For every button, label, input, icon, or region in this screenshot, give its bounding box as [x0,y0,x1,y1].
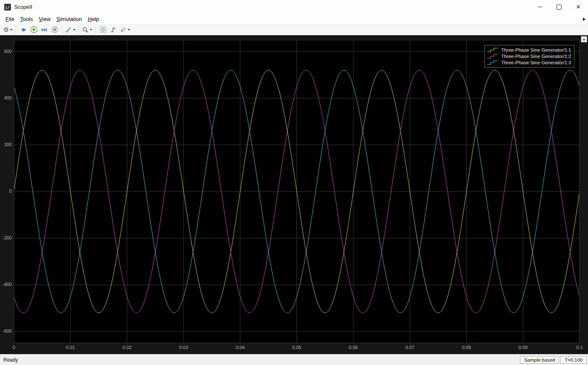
chevron-down-icon [73,29,76,31]
title-bar: Scope9 ✕ [0,0,588,14]
zoom-button[interactable] [81,25,93,34]
toolbar: ⚙ [0,24,588,35]
simulation-time-indicator: T=0.100 [560,356,587,364]
run-button[interactable] [29,25,39,34]
legend-label: Three-Phase Sine Generator/1:3 [501,60,571,65]
toolbar-separator [62,26,62,34]
window-controls: ✕ [530,0,588,14]
x-tick-label: 0.09 [519,345,528,350]
menu-view[interactable]: View [36,15,53,23]
y-tick-label: -400 [0,282,12,287]
window-title: Scope9 [14,4,32,10]
maximize-icon [556,5,562,10]
legend-line-icon [487,60,499,65]
status-bar: Ready Sample based T=0.100 [0,354,588,365]
x-tick-label: 0.1 [576,345,583,350]
trigger-icon [110,26,117,33]
legend-line-icon [487,54,499,59]
close-icon: ✕ [576,4,581,10]
x-tick-label: 0.06 [349,345,357,350]
step-forward-button[interactable] [39,25,49,34]
y-tick-label: -600 [0,328,12,333]
legend-entry[interactable]: Three-Phase Sine Generator/1:3 [487,59,571,66]
toolbar-separator [95,26,96,34]
menu-simulation[interactable]: Simulation [53,15,85,23]
fit-to-view-button[interactable] [98,25,108,34]
scope-app-icon [4,4,11,11]
x-tick-label: 0.01 [66,345,75,350]
chevron-down-icon [10,29,13,31]
menu-help[interactable]: Help [85,15,102,23]
x-tick-label: 0.07 [405,345,414,350]
up-arrow-icon: ▲ [583,38,586,41]
legend-entry[interactable]: Three-Phase Sine Generator/1:2 [487,53,571,59]
signal-selector-button[interactable] [64,25,76,34]
y-tick-label: 0 [0,189,12,194]
x-tick-label: 0.02 [123,345,131,350]
menu-file[interactable]: File [3,15,17,23]
legend-line-icon [487,47,499,53]
menu-tools[interactable]: Tools [17,15,36,23]
magnifier-icon [82,26,89,33]
toolbar-separator [79,26,79,34]
toolbar-separator [16,26,16,34]
measurements-button[interactable] [119,25,131,34]
stop-button[interactable] [50,25,60,34]
legend[interactable]: Three-Phase Sine Generator/1:1 Three-Pha… [484,45,575,68]
legend-label: Three-Phase Sine Generator/1:1 [501,47,571,53]
sample-mode-indicator: Sample based [520,356,559,364]
scope-canvas: 00.010.020.030.040.050.060.070.080.090.1… [0,35,588,354]
y-tick-label: -200 [0,235,12,240]
gear-icon: ⚙ [3,26,9,33]
toolbar-overflow-arrow-icon[interactable] [583,18,585,21]
highlighter-icon [120,26,126,33]
close-button[interactable]: ✕ [569,0,588,14]
y-tick-label: 400 [0,95,12,100]
chevron-down-icon [90,29,92,31]
maximize-button[interactable] [549,0,569,14]
step-forward-icon [41,26,47,33]
minimize-icon [538,7,542,7]
play-icon [30,26,37,33]
x-tick-label: 0.03 [179,345,188,350]
settings-button[interactable]: ⚙ [3,25,13,34]
legend-entry[interactable]: Three-Phase Sine Generator/1:1 [487,47,571,53]
stop-icon [51,26,58,33]
trigger-button[interactable] [108,25,118,34]
status-cells: Sample based T=0.100 [520,356,587,364]
back-arrow-icon [20,26,26,33]
x-tick-label: 0.04 [236,345,244,350]
waveform-plot[interactable] [14,40,580,343]
chevron-down-icon [128,29,130,31]
fit-to-view-icon [100,26,107,33]
highlight-simulink-block-button[interactable] [18,25,28,34]
x-tick-label: 0 [13,345,15,350]
legend-label: Three-Phase Sine Generator/1:2 [501,54,571,59]
menu-bar: File Tools View Simulation Help [0,14,588,24]
x-tick-label: 0.05 [292,345,301,350]
status-text: Ready [3,357,18,363]
y-tick-label: 600 [0,49,12,54]
panel-expander-button[interactable]: ▲ [581,36,587,42]
minimize-button[interactable] [530,0,549,14]
x-tick-label: 0.08 [462,345,471,350]
signal-steps-icon [65,26,72,33]
y-tick-label: 200 [0,142,12,147]
